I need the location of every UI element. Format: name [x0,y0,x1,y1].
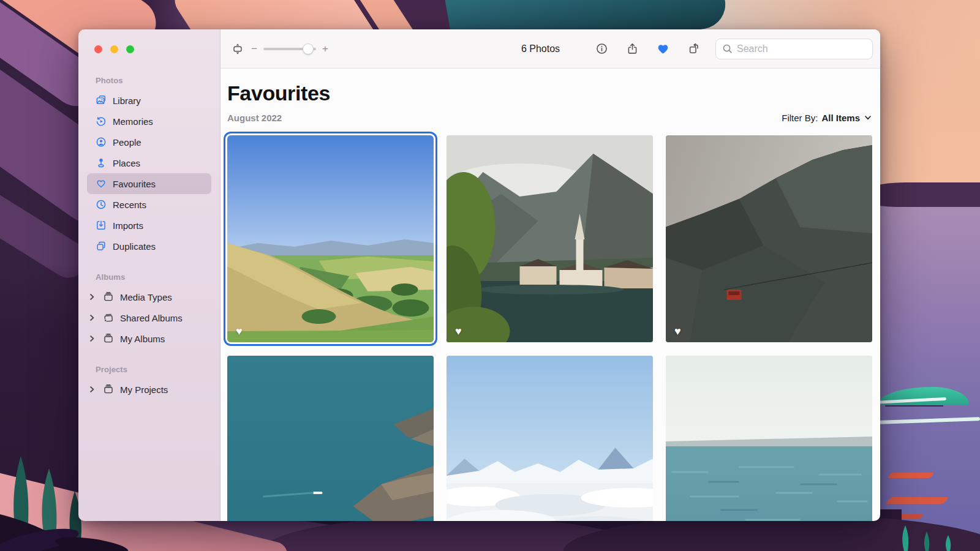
search-icon [722,43,733,54]
thumbnail-aspect-button[interactable] [230,42,245,56]
sidebar-item-memories[interactable]: Memories [87,111,211,132]
slider-thumb[interactable] [303,43,314,54]
sidebar-item-duplicates[interactable]: Duplicates [87,236,211,257]
shared-album-icon [103,312,114,323]
favourite-heart-icon [656,42,670,56]
sidebar-item-imports[interactable]: Imports [87,215,211,236]
photo-thumbnail-ocean[interactable]: ♥ [666,356,872,521]
clock-icon [96,199,107,210]
date-subtitle: August 2022 [227,113,282,123]
chevron-right-icon[interactable] [88,293,96,301]
sidebar-item-label: Library [113,96,141,106]
sidebar-item-people[interactable]: People [87,132,211,152]
sidebar-item-shared-albums[interactable]: Shared Albums [87,307,211,328]
sidebar-item-favourites[interactable]: Favourites [87,173,211,194]
photo-thumbnail-cloud-sea[interactable]: ♥ [447,356,653,521]
favourite-toggle-button[interactable] [655,42,670,56]
zoom-in-button[interactable]: + [322,43,328,54]
sidebar-item-my-projects[interactable]: My Projects [87,379,211,400]
favourite-overlay-heart-icon: ♥ [674,326,681,337]
rotate-button[interactable] [686,42,701,56]
duplicates-icon [96,241,107,252]
photo-thumbnail-foggy-mountain[interactable]: ♥ [666,135,872,342]
album-view: Favourites August 2022 Filter By: All It… [221,69,880,521]
favourite-overlay-heart-icon: ♥ [455,326,462,337]
memories-icon [96,116,107,127]
wallpaper-corner-sprouts [892,520,978,551]
info-button[interactable] [594,42,609,56]
minimize-window-button[interactable] [110,45,118,53]
sidebar-item-media-types[interactable]: Media Types [87,287,211,307]
thumbnail-size-icon [232,43,244,55]
zoom-window-button[interactable] [126,45,134,53]
album-icon [103,333,114,344]
sidebar-item-label: Imports [113,220,143,231]
photo-thumbnail-lakeside-village[interactable]: ♥ [447,135,653,342]
photo-count: 6 Photos [521,43,560,54]
chevron-down-icon [864,113,872,122]
search-input[interactable] [737,43,866,54]
close-window-button[interactable] [94,45,102,53]
import-icon [96,220,107,231]
zoom-out-button[interactable]: − [251,43,257,54]
people-icon [96,137,107,148]
sidebar-item-label: Favourites [113,179,156,189]
sidebar-item-label: Recents [113,200,146,210]
sidebar-item-label: Media Types [120,292,172,302]
sidebar-section-photos: Photos [87,76,211,90]
sidebar-item-label: My Albums [120,334,165,344]
window-controls [78,29,134,53]
filter-value: All Items [821,113,860,123]
album-icon [103,291,114,302]
toolbar: − + 6 Photos [221,29,880,69]
sidebar-item-label: Duplicates [113,241,156,252]
sidebar-item-library[interactable]: Library [87,90,211,111]
photo-thumbnail-aerial-coast[interactable]: ♥ [227,356,434,521]
share-button[interactable] [625,42,639,56]
photos-app-window: Photos Library [78,29,880,521]
sidebar: Photos Library [78,29,221,521]
photo-grid: ♥ [227,135,872,521]
library-icon [96,95,107,106]
sidebar-section-projects: Projects [87,365,211,379]
favourite-overlay-heart-icon: ♥ [236,326,243,337]
rotate-icon [687,42,700,55]
sidebar-item-recents[interactable]: Recents [87,194,211,215]
thumbnail-zoom-slider[interactable] [263,43,316,54]
heart-icon [96,178,107,189]
sidebar-item-places[interactable]: Places [87,152,211,173]
sidebar-section-albums: Albums [87,272,211,287]
search-field[interactable] [715,39,873,59]
album-icon [103,384,114,395]
filter-label: Filter By: [782,113,818,123]
sidebar-item-label: People [113,137,141,148]
sidebar-item-label: My Projects [120,384,168,395]
main-pane: − + 6 Photos [221,29,880,521]
chevron-right-icon[interactable] [88,386,96,393]
photo-thumbnail-green-valley[interactable]: ♥ [227,135,434,342]
sidebar-item-label: Shared Albums [120,313,183,323]
sidebar-item-label: Memories [113,116,153,127]
chevron-right-icon[interactable] [88,335,96,342]
filter-by-dropdown[interactable]: Filter By: All Items [782,113,872,123]
chevron-right-icon[interactable] [88,314,96,321]
info-icon [595,42,608,55]
sidebar-item-label: Places [113,158,140,168]
places-icon [96,157,107,168]
page-title: Favourites [227,81,872,105]
share-icon [626,42,639,55]
sidebar-item-my-albums[interactable]: My Albums [87,328,211,349]
